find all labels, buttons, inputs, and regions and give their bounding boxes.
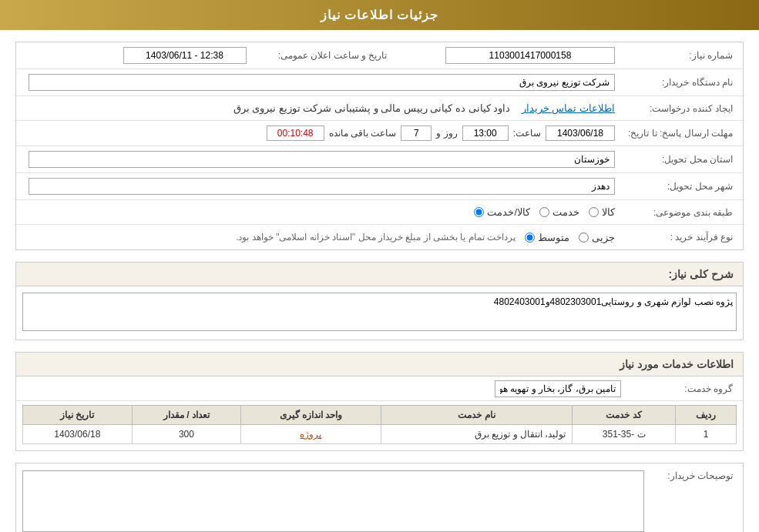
- city-value: [22, 176, 621, 196]
- group-service-value: [22, 380, 621, 397]
- deadline-days-input[interactable]: [401, 125, 432, 141]
- province-input[interactable]: [29, 151, 615, 168]
- category-goods-option[interactable]: کالا: [589, 206, 615, 218]
- group-service-row: گروه خدمت:: [16, 376, 743, 401]
- province-label: استان محل تحویل:: [621, 154, 737, 165]
- col-service-name: نام خدمت: [381, 406, 573, 425]
- requester-label: نام دستگاه خریدار:: [621, 77, 737, 88]
- purchase-medium-radio[interactable]: [525, 233, 535, 243]
- creator-value: اطلاعات تماس خریدار داود کیانی ده کیانی …: [22, 101, 621, 115]
- cell-rownum: 1: [675, 425, 736, 444]
- col-quantity: تعداد / مقدار: [132, 406, 241, 425]
- details-form: شماره نیاز: تاریخ و ساعت اعلان عمومی: نا…: [15, 42, 744, 250]
- cell-service-code: ت -35-351: [573, 425, 676, 444]
- public-notice-value: [22, 45, 253, 65]
- city-label: شهر محل تحویل:: [621, 181, 737, 192]
- services-section: اطلاعات خدمات مورد نیاز گروه خدمت: ردیف …: [15, 352, 744, 451]
- public-notice-input[interactable]: [123, 47, 247, 64]
- category-service-label: خدمت: [552, 206, 579, 218]
- category-options: کالا خدمت کالا/خدمت: [22, 205, 621, 219]
- general-desc-content: پژوه نصب لوازم شهری و روستایی4802303001و…: [16, 286, 743, 340]
- creator-label: ایجاد کننده درخواست:: [621, 103, 737, 114]
- purchase-partial-radio[interactable]: [579, 233, 589, 243]
- creator-name: داود کیانی ده کیانی رییس مالی و پشتیبانی…: [233, 102, 511, 114]
- deadline-label: مهلت ارسال پاسخ: تا تاریخ:: [621, 128, 737, 139]
- need-number-row: شماره نیاز: تاریخ و ساعت اعلان عمومی:: [16, 42, 743, 69]
- province-row: استان محل تحویل:: [16, 146, 743, 173]
- services-table: ردیف کد خدمت نام خدمت واحد اندازه گیری ت…: [22, 405, 737, 444]
- general-desc-textarea[interactable]: پژوه نصب لوازم شهری و روستایی4802303001و…: [22, 293, 737, 331]
- category-label: طبقه بندی موضوعی:: [621, 207, 737, 218]
- city-row: شهر محل تحویل:: [16, 173, 743, 200]
- cell-service-name: تولید، انتقال و توزیع برق: [381, 425, 573, 444]
- category-service-option[interactable]: خدمت: [539, 206, 579, 218]
- services-table-wrapper: ردیف کد خدمت نام خدمت واحد اندازه گیری ت…: [16, 405, 743, 450]
- province-value: [22, 149, 621, 169]
- purchase-medium-option[interactable]: متوسط: [525, 232, 569, 243]
- city-input[interactable]: [29, 178, 615, 195]
- purchase-type-label: نوع فرآیند خرید :: [621, 232, 737, 243]
- public-notice-label: تاریخ و ساعت اعلان عمومی:: [253, 50, 391, 61]
- cell-quantity: 300: [132, 425, 241, 444]
- need-number-label: شماره نیاز:: [621, 50, 737, 61]
- col-rownum: ردیف: [675, 406, 736, 425]
- requester-value: [22, 72, 621, 92]
- col-unit: واحد اندازه گیری: [241, 406, 381, 425]
- category-both-label: کالا/خدمت: [487, 206, 530, 218]
- category-goods-label: کالا: [602, 206, 615, 218]
- creator-contact-link[interactable]: اطلاعات تماس خریدار: [522, 102, 615, 114]
- purchase-medium-label: متوسط: [538, 232, 569, 243]
- deadline-remaining-input[interactable]: [267, 125, 324, 141]
- group-service-input[interactable]: [495, 380, 621, 397]
- cell-unit: پروژه: [241, 425, 381, 444]
- page-header: جزئیات اطلاعات نیاز: [0, 0, 759, 30]
- purchase-type-options: جزیی متوسط پرداخت تمام یا بخشی از مبلغ خ…: [22, 230, 621, 245]
- creator-row: ایجاد کننده درخواست: اطلاعات تماس خریدار…: [16, 96, 743, 121]
- general-desc-title: شرح کلی نیاز:: [16, 263, 743, 286]
- table-row: 1 ت -35-351 تولید، انتقال و توزیع برق پر…: [23, 425, 737, 444]
- main-content: شماره نیاز: تاریخ و ساعت اعلان عمومی: نا…: [0, 30, 759, 532]
- services-section-title: اطلاعات خدمات مورد نیاز: [16, 353, 743, 376]
- cell-date: 1403/06/18: [23, 425, 133, 444]
- buyer-desc-section: توصیحات خریدار:: [15, 463, 744, 532]
- deadline-remaining-label: ساعت باقی مانده: [329, 128, 397, 139]
- page-wrapper: جزئیات اطلاعات نیاز شماره نیاز: تاریخ و …: [0, 0, 759, 532]
- table-header-row: ردیف کد خدمت نام خدمت واحد اندازه گیری ت…: [23, 406, 737, 425]
- group-service-label: گروه خدمت:: [621, 383, 737, 394]
- purchase-type-row: نوع فرآیند خرید : جزیی متوسط پرداخت تمام…: [16, 225, 743, 249]
- deadline-days-label: روز و: [436, 128, 457, 139]
- page-title: جزئیات اطلاعات نیاز: [321, 8, 439, 22]
- category-service-radio[interactable]: [539, 207, 549, 217]
- category-both-radio[interactable]: [474, 207, 484, 217]
- deadline-time-label: ساعت:: [513, 128, 541, 139]
- category-both-option[interactable]: کالا/خدمت: [474, 206, 530, 218]
- col-date: تاریخ نیاز: [23, 406, 133, 425]
- deadline-row: مهلت ارسال پاسخ: تا تاریخ: ساعت: روز و س…: [16, 121, 743, 146]
- category-row: طبقه بندی موضوعی: کالا خدمت کالا/خدمت: [16, 200, 743, 225]
- buyer-desc-row: توصیحات خریدار:: [16, 463, 743, 532]
- need-number-value: [391, 45, 622, 65]
- deadline-values: ساعت: روز و ساعت باقی مانده: [22, 124, 621, 142]
- buyer-desc-value: [22, 467, 644, 532]
- need-number-input[interactable]: [445, 47, 615, 64]
- category-goods-radio[interactable]: [589, 207, 599, 217]
- purchase-note: پرداخت تمام یا بخشی از مبلغ خریداز محل "…: [236, 232, 516, 243]
- purchase-partial-label: جزیی: [592, 232, 615, 243]
- purchase-partial-option[interactable]: جزیی: [579, 232, 615, 243]
- requester-row: نام دستگاه خریدار:: [16, 69, 743, 96]
- buyer-desc-textarea[interactable]: [22, 470, 644, 532]
- requester-input[interactable]: [29, 74, 615, 91]
- general-desc-section: شرح کلی نیاز: پژوه نصب لوازم شهری و روست…: [15, 262, 744, 340]
- deadline-time-input[interactable]: [462, 125, 509, 141]
- buyer-desc-label: توصیحات خریدار:: [644, 467, 737, 481]
- deadline-date-input[interactable]: [546, 125, 615, 141]
- col-service-code: کد خدمت: [573, 406, 676, 425]
